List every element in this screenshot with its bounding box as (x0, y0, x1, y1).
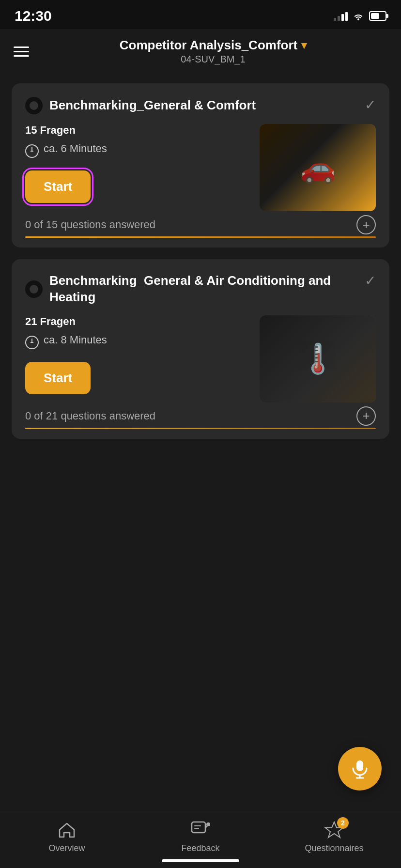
card-2-info: 21 Fragen ca. 8 Minutes Start (25, 315, 250, 394)
main-content: Benchmarking_General & Comfort ✓ 15 Frag… (0, 74, 401, 557)
card-1-header: Benchmarking_General & Comfort ✓ (25, 97, 376, 114)
clock-icon (25, 144, 39, 158)
card-2-body: 21 Fragen ca. 8 Minutes Start (25, 315, 376, 403)
microphone-icon (350, 759, 370, 779)
feedback-icon (190, 820, 211, 839)
card-1-start-button[interactable]: Start (25, 170, 91, 203)
card-1-title: Benchmarking_General & Comfort (49, 97, 256, 114)
card-1-title-group: Benchmarking_General & Comfort (25, 97, 360, 114)
card-1-fragen: 15 Fragen (25, 124, 250, 137)
card-2-image (260, 315, 376, 403)
nav-item-overview[interactable]: Overview (0, 820, 134, 853)
card-2-fragen: 21 Fragen (25, 315, 250, 328)
header-subtitle: 04-SUV_BM_1 (39, 54, 387, 65)
card-1-body: 15 Fragen ca. 6 Minutes Start (25, 124, 376, 211)
signal-icon (334, 11, 348, 21)
card-2-duration: ca. 8 Minutes (44, 334, 107, 346)
header-title[interactable]: Competitor Analysis_Comfort ▾ (39, 38, 387, 53)
questionnaires-badge: 2 (337, 817, 349, 829)
card-2-bottom-row: 0 of 21 questions answered + (25, 406, 376, 426)
card-2-answered-text: 0 of 21 questions answered (25, 410, 155, 422)
home-icon (56, 820, 77, 839)
car-seat-thumbnail (260, 124, 376, 211)
card-2-title-group: Benchmarking_General & Air Conditioning … (25, 273, 360, 306)
card-1-answered-text: 0 of 15 questions answered (25, 218, 155, 231)
nav-label-feedback: Feedback (181, 843, 219, 853)
menu-button[interactable] (14, 46, 29, 57)
card-2-start-button[interactable]: Start (25, 362, 91, 394)
card-1-divider (25, 236, 376, 238)
card-1-image (260, 124, 376, 211)
nav-item-questionnaires[interactable]: 2 Questionnaires (267, 820, 401, 853)
status-bar: 12:30 (0, 0, 401, 29)
battery-icon (369, 11, 386, 21)
card-2-title: Benchmarking_General & Air Conditioning … (49, 273, 360, 306)
nav-label-questionnaires: Questionnaires (305, 843, 363, 853)
card-1-info: 15 Fragen ca. 6 Minutes Start (25, 124, 250, 203)
card-1-checkmark-icon: ✓ (365, 97, 376, 113)
svg-point-5 (206, 822, 210, 826)
card-1-dot-icon (25, 97, 43, 114)
card-1-duration: ca. 6 Minutes (44, 142, 107, 155)
card-2-plus-button[interactable]: + (356, 406, 376, 426)
card-1-duration-row: ca. 6 Minutes (25, 142, 250, 160)
nav-item-feedback[interactable]: Feedback (134, 820, 267, 853)
benchmarking-card-1: Benchmarking_General & Comfort ✓ 15 Frag… (12, 83, 389, 248)
home-indicator (162, 859, 239, 862)
header-title-group: Competitor Analysis_Comfort ▾ 04-SUV_BM_… (39, 38, 387, 65)
nav-label-overview: Overview (48, 843, 85, 853)
star-icon: 2 (324, 820, 345, 839)
card-2-divider (25, 428, 376, 429)
card-2-dot-icon (25, 280, 43, 298)
microphone-fab-button[interactable] (338, 747, 382, 790)
app-header: Competitor Analysis_Comfort ▾ 04-SUV_BM_… (0, 29, 401, 74)
svg-rect-3 (192, 822, 205, 833)
svg-rect-0 (356, 760, 363, 771)
card-2-duration-row: ca. 8 Minutes (25, 334, 250, 351)
card-2-checkmark-icon: ✓ (365, 273, 376, 289)
card-1-plus-button[interactable]: + (356, 215, 376, 234)
status-icons (334, 11, 386, 21)
benchmarking-card-2: Benchmarking_General & Air Conditioning … (12, 259, 389, 439)
wifi-icon (353, 11, 364, 21)
chevron-down-icon: ▾ (301, 39, 307, 52)
card-2-header: Benchmarking_General & Air Conditioning … (25, 273, 376, 306)
clock-icon-2 (25, 336, 39, 349)
status-time: 12:30 (15, 8, 52, 24)
card-1-bottom-row: 0 of 15 questions answered + (25, 215, 376, 234)
ac-dial-thumbnail (260, 315, 376, 403)
